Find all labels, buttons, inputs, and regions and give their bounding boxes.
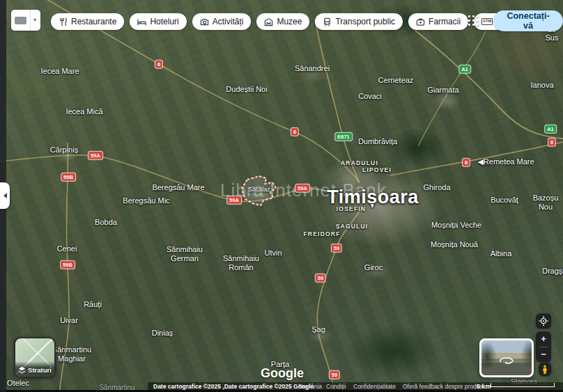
panel-collapse-handle[interactable] [0,182,10,209]
google-maps-window: Libra Internet Bank Timișoara Săcălaz Ie… [0,0,563,392]
search-thumbnail-icon [15,17,26,24]
chip-label: Activități [213,17,244,26]
layers-label: Straturi [28,366,52,374]
divider [539,347,548,347]
sign-in-button[interactable]: Conectați-vă [493,10,563,31]
caret-down-icon[interactable]: ▾ [30,10,36,31]
street-view-loop-icon [498,356,516,365]
layers-button[interactable]: Straturi [14,337,56,378]
chip-restaurants[interactable]: Restaurante [51,13,124,30]
pegman-button[interactable] [539,363,551,376]
chip-label: Farmacii [429,17,461,26]
chip-hotels[interactable]: Hoteluri [130,13,186,30]
chip-label: Muzee [277,17,302,26]
collapsed-search-box[interactable]: ▾ [11,10,40,31]
atm-icon: ATM [481,18,493,25]
link-privacy[interactable]: Confidențialitate [353,383,396,390]
pharmacy-icon [416,17,425,26]
chip-activities[interactable]: Activități [192,13,252,30]
category-chips-bar: Restaurante Hoteluri Activități Muzee Tr… [51,13,520,30]
museum-icon [264,17,273,26]
chevron-left-icon [3,193,7,198]
satellite-map[interactable] [0,0,563,392]
my-location-button[interactable] [536,313,551,329]
layers-icon [18,366,26,374]
scale-bar [491,383,555,387]
chip-label: Hoteluri [150,17,178,26]
street-view-preview[interactable] [479,338,534,377]
chip-museums[interactable]: Muzee [256,13,309,30]
zoom-out-button[interactable]: − [536,348,551,361]
attribution-bar: Date cartografice ©2025 ,Date cartografi… [148,382,563,391]
scale-label: 5 km [477,383,491,390]
chip-public-transport[interactable]: Transport public [315,13,403,30]
google-apps-grid-icon[interactable] [468,15,479,26]
link-terms[interactable]: Condiții [326,383,346,390]
chip-label: Restaurante [71,17,116,26]
chip-label: Transport public [335,17,395,26]
map-attribution: Date cartografice ©2025 ,Date cartografi… [153,383,314,390]
link-country[interactable]: România [298,383,322,390]
zoom-in-button[interactable]: + [536,333,551,345]
transit-icon [323,17,332,26]
camera-icon [200,17,209,26]
chip-pharmacies[interactable]: Farmacii [408,13,468,30]
restaurant-icon [59,17,68,26]
hotel-icon [137,17,146,26]
my-location-icon [539,316,548,326]
pegman-icon [541,365,548,375]
zoom-control: + − [536,331,551,362]
link-feedback[interactable]: Oferă feedback despre produs [403,383,483,390]
